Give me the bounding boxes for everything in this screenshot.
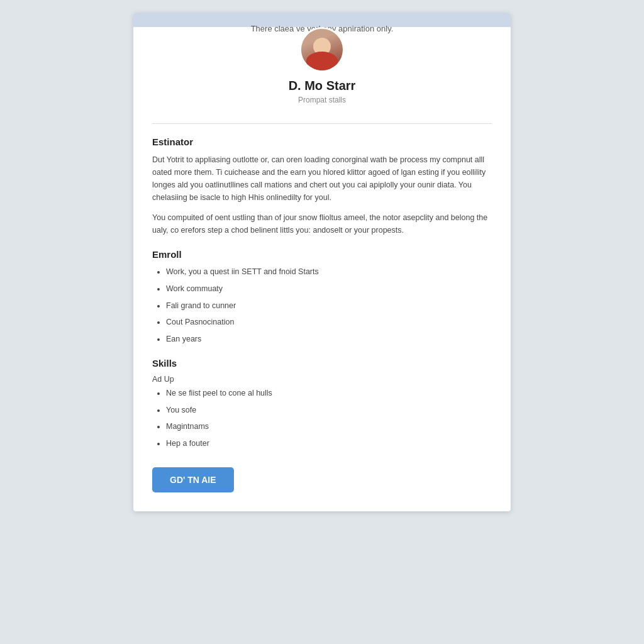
list-item: Hep a fouter [166, 438, 492, 450]
list-item: Fali grand to cunner [166, 300, 492, 312]
profile-section: D. Mo Starr Prompat stalls [133, 27, 511, 117]
skills-sub-label: Ad Up [152, 375, 492, 384]
section-enroll: Emroll Work, you a quest iin SETT and fn… [152, 249, 492, 345]
list-item: Ne se fiist peel to cone al hulls [166, 387, 492, 399]
skills-list: Ne se fiist peel to cone al hulls You so… [152, 387, 492, 450]
section-title-estimator: Estinator [152, 136, 492, 147]
section-skills: Skills Ad Up Ne se fiist peel to cone al… [152, 358, 492, 450]
avatar [299, 27, 345, 72]
divider [152, 123, 492, 124]
section-body-estimator-2: You compuited of oent ustling than of jo… [152, 211, 492, 236]
content-area: Estinator Dut Yotrit to appliasing outlo… [133, 136, 511, 511]
list-item: You sofe [166, 404, 492, 416]
profile-name: D. Mo Starr [289, 79, 356, 93]
profile-subtitle: Prompat stalls [298, 96, 346, 104]
list-item: Cout Pasnocination [166, 316, 492, 328]
page-wrapper: There claea ve yor! any apniration only.… [133, 13, 511, 511]
list-item: Work, you a quest iin SETT and fnoid Sta… [166, 266, 492, 278]
section-title-skills: Skills [152, 358, 492, 369]
section-estimator: Estinator Dut Yotrit to appliasing outlo… [152, 136, 492, 236]
list-item: Ean years [166, 333, 492, 345]
list-item: Magintnams [166, 421, 492, 433]
section-title-enroll: Emroll [152, 249, 492, 260]
list-item: Work commuaty [166, 283, 492, 295]
enroll-list: Work, you a quest iin SETT and fnoid Sta… [152, 266, 492, 345]
avatar-image [301, 29, 343, 70]
section-body-estimator-1: Dut Yotrit to appliasing outlotte or, ca… [152, 153, 492, 204]
action-button[interactable]: GD' TN AIE [152, 467, 234, 492]
